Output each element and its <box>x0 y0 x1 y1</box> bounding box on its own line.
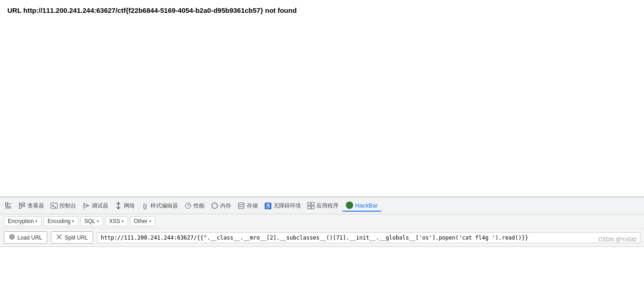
url-input[interactable] <box>97 232 640 243</box>
devtools-storage-btn[interactable]: 存储 <box>235 200 261 212</box>
svg-rect-14 <box>239 203 244 208</box>
hackbar-area: Encryption ▾ Encoding ▾ SQL ▾ XSS ▾ Othe… <box>0 214 644 247</box>
performance-icon <box>184 202 192 209</box>
svg-rect-6 <box>22 205 25 207</box>
load-url-label: Load URL <box>17 235 42 241</box>
devtools-accessibility-btn[interactable]: ♿ 无障碍环境 <box>261 200 304 212</box>
sql-chevron-icon: ▾ <box>97 219 99 224</box>
encoding-label: Encoding <box>48 218 71 224</box>
accessibility-label: 无障碍环境 <box>273 202 301 210</box>
hackbar-label: HackBar <box>355 202 378 209</box>
xss-chevron-icon: ▾ <box>122 219 124 224</box>
other-dropdown[interactable]: Other ▾ <box>130 216 155 226</box>
accessibility-icon: ♿ <box>264 202 272 209</box>
debugger-label: 调试器 <box>92 202 108 210</box>
hackbar-actions: Load URL Split URL <box>0 229 644 246</box>
svg-line-13 <box>188 204 189 206</box>
debugger-icon <box>83 202 90 209</box>
console-icon <box>50 202 58 209</box>
memory-icon <box>211 202 218 209</box>
devtools-application-btn[interactable]: 应用程序 <box>305 200 341 212</box>
url-input-container <box>97 232 640 243</box>
console-label: 控制台 <box>60 202 76 210</box>
style-editor-label: 样式编辑器 <box>150 202 178 210</box>
xss-dropdown[interactable]: XSS ▾ <box>105 216 128 226</box>
other-chevron-icon: ▾ <box>149 219 151 224</box>
memory-label: 内存 <box>220 202 231 210</box>
encoding-chevron-icon: ▾ <box>72 219 74 224</box>
split-url-label: Split URL <box>65 235 88 241</box>
svg-rect-4 <box>19 203 25 204</box>
hackbar-dot-icon <box>346 202 353 209</box>
hackbar-bottom: Load URL Split URL CSDN @YnGt0 <box>0 229 644 246</box>
hackbar-tab-btn[interactable]: HackBar <box>342 200 382 212</box>
sql-label: SQL <box>84 218 95 224</box>
load-url-button[interactable]: Load URL <box>4 231 47 244</box>
network-label: 网络 <box>124 202 135 210</box>
devtools-performance-btn[interactable]: 性能 <box>182 200 207 212</box>
split-url-button[interactable]: Split URL <box>51 231 93 244</box>
devtools-network-btn[interactable]: 网络 <box>112 200 138 212</box>
hackbar-menu: Encryption ▾ Encoding ▾ SQL ▾ XSS ▾ Othe… <box>0 214 644 229</box>
network-icon <box>115 202 122 209</box>
storage-icon <box>238 202 245 209</box>
viewer-icon <box>18 202 26 209</box>
error-message: URL http://111.200.241.244:63627/ctf{f22… <box>7 5 637 15</box>
devtools-inspect-btn[interactable] <box>2 200 15 211</box>
devtools-console-btn[interactable]: 控制台 <box>48 200 79 212</box>
encryption-label: Encryption <box>8 218 34 224</box>
main-content: URL http://111.200.241.244:63627/ctf{f22… <box>0 0 644 197</box>
devtools-viewer-btn[interactable]: 查看器 <box>16 200 47 212</box>
svg-rect-18 <box>311 202 314 205</box>
sql-dropdown[interactable]: SQL ▾ <box>80 216 103 226</box>
devtools-toolbar: 查看器 控制台 调试器 网络 {} 样式编辑器 性能 内存 <box>0 197 644 214</box>
viewer-label: 查看器 <box>28 202 44 210</box>
style-editor-icon: {} <box>141 202 149 209</box>
watermark: CSDN @YnGt0 <box>598 236 637 243</box>
devtools-memory-btn[interactable]: 内存 <box>208 200 234 212</box>
svg-rect-20 <box>311 206 314 209</box>
application-icon <box>307 202 315 209</box>
encryption-dropdown[interactable]: Encryption ▾ <box>4 216 42 226</box>
split-url-icon <box>56 234 62 241</box>
storage-label: 存储 <box>247 202 258 210</box>
load-url-icon <box>9 234 15 241</box>
encryption-chevron-icon: ▾ <box>35 219 38 224</box>
application-label: 应用程序 <box>316 202 339 210</box>
encoding-dropdown[interactable]: Encoding ▾ <box>44 216 78 226</box>
svg-rect-5 <box>19 205 21 208</box>
devtools-debugger-btn[interactable]: 调试器 <box>80 200 111 212</box>
inspect-icon <box>5 202 12 209</box>
other-label: Other <box>134 218 148 224</box>
svg-rect-17 <box>308 202 311 205</box>
svg-rect-19 <box>308 206 311 209</box>
svg-rect-0 <box>6 203 8 205</box>
xss-label: XSS <box>109 218 120 224</box>
devtools-style-editor-btn[interactable]: {} 样式编辑器 <box>139 200 181 212</box>
performance-label: 性能 <box>194 202 205 210</box>
